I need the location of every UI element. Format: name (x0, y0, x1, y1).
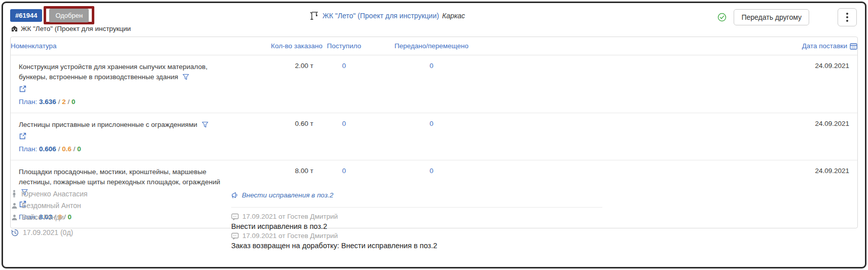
order-date-line: 17.09.2021 (0д) (11, 228, 224, 237)
ordered-qty: 8.00 т (234, 160, 322, 182)
header-left: #61944 Одобрен (10, 6, 94, 24)
project-subtitle: ЖК "Лето" (Проект для инструкции (11, 25, 131, 32)
external-link-icon[interactable] (19, 85, 27, 93)
comments-list: 17.09.2021 от Гостев Дмитрий Внести испр… (231, 213, 857, 250)
plan-value: 0.606 (39, 145, 56, 153)
transferred-link[interactable]: 0 (429, 167, 433, 175)
plan-received-value: 0 (71, 98, 76, 106)
annotation-highlight: Одобрен (44, 6, 94, 24)
plan-value: 3.636 (39, 98, 56, 106)
list-item: Юрченко Анастасия (11, 190, 224, 198)
order-card: #61944 Одобрен ЖК "Лето" (Проект для инс… (2, 2, 866, 268)
header: #61944 Одобрен ЖК "Лето" (Проект для инс… (3, 3, 865, 29)
received-link[interactable]: 0 (342, 62, 346, 70)
history-icon (11, 229, 19, 237)
person-standing-icon (11, 190, 17, 198)
person-icon (11, 214, 18, 221)
comment-meta-text: 17.09.2021 от Гостев Дмитрий (242, 213, 338, 220)
table-row: Лестницы приставные и прислоненные с огр… (11, 113, 857, 160)
col-header-delivery-date[interactable]: Дата поставки (497, 37, 857, 55)
ordered-qty: 2.00 т (234, 55, 322, 77)
status-badge: Одобрен (49, 9, 89, 22)
received-link[interactable]: 0 (342, 167, 346, 175)
table-row: Конструкция устройств для хранения сыпуч… (11, 55, 857, 113)
calendar-icon[interactable] (850, 43, 857, 50)
project-title: ЖК "Лето" (Проект для инструкции) Каркас (310, 11, 465, 20)
assignee-name: Вайсс Рэнди (22, 213, 64, 221)
assignees-block: Юрченко Анастасия Бездомный Антон (11, 190, 224, 251)
plan-ordered-value: 0.6 (62, 145, 71, 153)
comment-text: Внести исправления в поз.2 (231, 222, 857, 230)
plan-line: План: 0.606 / 0.6 / 0 (19, 145, 229, 153)
received-link[interactable]: 0 (342, 120, 346, 127)
comment-meta: 17.09.2021 от Гостев Дмитрий (231, 232, 857, 240)
order-id-badge: #61944 (10, 9, 42, 22)
col-header-transferred[interactable]: Передано/перемещено (366, 37, 497, 55)
col-header-nomenclature[interactable]: Номенклатура (11, 37, 234, 55)
item-name: Лестницы приставные и прислоненные с огр… (19, 120, 229, 130)
delivery-date-label: Дата поставки (802, 42, 847, 50)
delivery-date: 24.09.2021 (497, 55, 857, 77)
megaphone-icon (231, 192, 238, 198)
transferred-link[interactable]: 0 (429, 62, 433, 70)
delivery-date: 24.09.2021 (497, 160, 857, 182)
external-link-icon[interactable] (19, 132, 27, 140)
plan-line: План: 3.636 / 2 / 0 (19, 98, 229, 106)
comment-icon (231, 213, 239, 220)
plan-ordered-value: 2 (62, 98, 66, 106)
delivery-date: 24.09.2021 (497, 113, 857, 134)
comment-icon (231, 232, 239, 240)
correction-link-label: Внести исправления в поз.2 (242, 191, 333, 199)
order-date: 17.09.2021 (0д) (23, 228, 73, 237)
filter-icon[interactable] (183, 74, 189, 80)
kebab-menu-button[interactable] (838, 8, 857, 26)
plan-label: План: (19, 145, 37, 153)
crane-icon (310, 11, 319, 20)
col-header-ordered[interactable]: Кол-во заказано (234, 37, 322, 55)
assignee-name: Юрченко Анастасия (21, 190, 88, 198)
comment-meta-text: 17.09.2021 от Гостев Дмитрий (242, 232, 338, 240)
transfer-button[interactable]: Передать другому (734, 9, 809, 25)
comments-block: Внести исправления в поз.2 17.09.2021 от… (224, 190, 857, 251)
list-item: Бездомный Антон (11, 201, 224, 210)
correction-request-link[interactable]: Внести исправления в поз.2 (231, 190, 602, 208)
project-link[interactable]: ЖК "Лето" (Проект для инструкции) (322, 12, 439, 20)
footer: Юрченко Анастасия Бездомный Антон (11, 190, 857, 251)
filter-icon[interactable] (202, 121, 208, 128)
ordered-qty: 0.60 т (234, 113, 322, 134)
kebab-icon (846, 13, 848, 22)
person-icon (11, 203, 18, 209)
item-name: Конструкция устройств для хранения сыпуч… (19, 62, 229, 83)
assignee-name: Бездомный Антон (22, 201, 81, 210)
col-header-received[interactable]: Поступило (322, 37, 366, 55)
building-icon (11, 25, 18, 32)
plan-label: План: (19, 98, 37, 106)
comment-meta: 17.09.2021 от Гостев Дмитрий (231, 213, 857, 220)
plan-received-value: 0 (77, 145, 81, 153)
header-actions: Передать другому (717, 8, 857, 26)
project-suffix: Каркас (442, 12, 465, 20)
comment-text: Заказ возвращен на доработку: Внести исп… (231, 242, 857, 250)
project-subtitle-label: ЖК "Лето" (Проект для инструкции (21, 25, 131, 32)
list-item: Вайсс Рэнди (11, 213, 224, 221)
check-circle-icon (717, 13, 727, 22)
transferred-link[interactable]: 0 (429, 120, 433, 127)
table-header-row: Номенклатура Кол-во заказано Поступило П… (11, 37, 857, 55)
